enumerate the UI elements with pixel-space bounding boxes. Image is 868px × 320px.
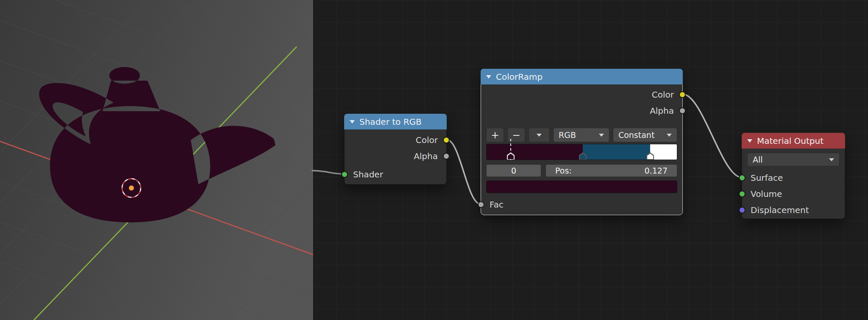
dropdown-caret-icon xyxy=(537,134,542,137)
viewport-3d[interactable] xyxy=(0,0,313,320)
input-label-fac: Fac xyxy=(490,199,504,210)
interpolation-dropdown[interactable]: Constant xyxy=(613,128,677,142)
output-label-alpha: Alpha xyxy=(414,151,438,161)
collapse-triangle-icon[interactable] xyxy=(486,75,491,79)
socket-output-color[interactable] xyxy=(679,91,686,98)
socket-output-color[interactable] xyxy=(443,137,450,143)
node-header-shader-to-rgb[interactable]: Shader to RGB xyxy=(344,114,447,129)
socket-input-volume[interactable] xyxy=(739,191,746,197)
node-title: ColorRamp xyxy=(496,72,542,82)
socket-output-alpha[interactable] xyxy=(679,107,686,114)
ramp-options-dropdown[interactable] xyxy=(529,128,550,142)
input-label-shader: Shader xyxy=(353,169,383,180)
ramp-handle-cap-icon xyxy=(507,152,515,160)
input-label-displacement: Displacement xyxy=(751,205,809,215)
ramp-handle-cap-icon xyxy=(579,152,587,160)
socket-input-shader[interactable] xyxy=(341,171,348,178)
colorramp-swatch[interactable] xyxy=(486,180,677,193)
socket-input-displacement[interactable] xyxy=(739,207,746,213)
node-header-colorramp[interactable]: ColorRamp xyxy=(481,69,683,84)
blender-window: Shader to RGB Color Alpha Shader ColorRa… xyxy=(0,0,868,320)
node-material-output[interactable]: Material Output All Surface Volume Displ… xyxy=(742,133,845,219)
node-title: Material Output xyxy=(757,136,823,146)
node-title: Shader to RGB xyxy=(359,117,422,127)
socket-input-surface[interactable] xyxy=(739,174,746,181)
output-target-value: All xyxy=(753,155,763,164)
add-stop-button[interactable]: + xyxy=(486,128,504,142)
colorramp-toolbar: + − RGB Constant xyxy=(486,128,677,142)
stop-position-field[interactable]: Pos: 0.127 xyxy=(545,164,677,177)
output-label-alpha: Alpha xyxy=(650,106,674,116)
input-label-surface: Surface xyxy=(751,173,783,183)
colorramp-gradient-bar[interactable] xyxy=(486,144,677,160)
output-target-dropdown[interactable]: All xyxy=(747,153,840,166)
input-label-volume: Volume xyxy=(751,189,782,199)
dropdown-caret-icon xyxy=(829,158,834,161)
stop-position-label: Pos: xyxy=(555,166,572,175)
dropdown-caret-icon xyxy=(667,134,672,137)
ramp-handle-cap-icon xyxy=(646,152,654,160)
dropdown-caret-icon xyxy=(599,134,604,137)
colorramp-fields: 0 Pos: 0.127 xyxy=(486,164,677,177)
node-shader-to-rgb[interactable]: Shader to RGB Color Alpha Shader xyxy=(344,114,447,185)
output-label-color: Color xyxy=(652,90,674,100)
socket-input-fac[interactable] xyxy=(478,201,484,208)
socket-output-alpha[interactable] xyxy=(443,153,450,160)
collapse-triangle-icon[interactable] xyxy=(747,139,752,143)
stop-index-field[interactable]: 0 xyxy=(486,164,541,177)
collapse-triangle-icon[interactable] xyxy=(350,120,355,124)
node-header-material-output[interactable]: Material Output xyxy=(742,133,845,149)
stop-index-value: 0 xyxy=(511,166,516,175)
stop-position-value: 0.127 xyxy=(645,166,668,175)
node-colorramp[interactable]: ColorRamp Color Alpha + − RGB Constant 0 xyxy=(481,69,683,215)
color-mode-value: RGB xyxy=(559,130,576,140)
color-mode-dropdown[interactable]: RGB xyxy=(553,128,609,142)
output-label-color: Color xyxy=(416,135,438,145)
interpolation-value: Constant xyxy=(618,130,654,140)
